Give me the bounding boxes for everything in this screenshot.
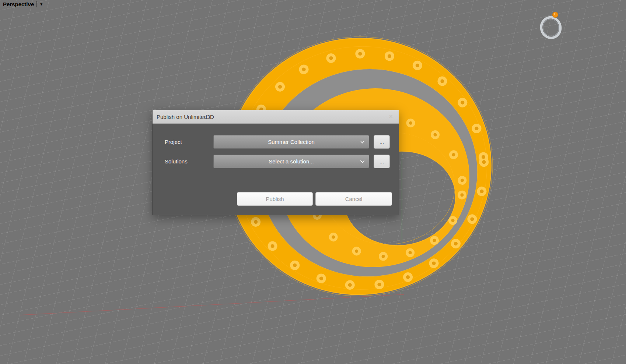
ring-icon-gem: [553, 12, 558, 18]
solutions-browse-button[interactable]: ...: [374, 155, 390, 168]
publish-dialog: Publish on Unlimited3D × Project Summer …: [152, 110, 399, 215]
chevron-down-icon[interactable]: ▼: [39, 3, 43, 6]
ring-icon-gem-highlight: [554, 13, 556, 15]
cancel-button[interactable]: Cancel: [315, 192, 392, 206]
ellipsis-icon: ...: [380, 139, 384, 145]
project-label: Project: [165, 135, 182, 149]
publish-button-label: Publish: [266, 196, 284, 202]
project-browse-button[interactable]: ...: [374, 135, 390, 149]
project-select-value: Summer Collection: [268, 139, 315, 145]
viewport-title-menu[interactable]: Perspective ▼: [3, 1, 43, 7]
publish-button[interactable]: Publish: [237, 192, 313, 206]
cancel-button-label: Cancel: [345, 196, 363, 202]
viewport-title: Perspective: [3, 1, 34, 7]
close-button[interactable]: ×: [386, 112, 396, 121]
solutions-select-value: Select a solution...: [269, 158, 314, 165]
x-axis-line: [20, 294, 404, 315]
viewport-title-divider: [36, 1, 37, 7]
ellipsis-icon: ...: [380, 158, 384, 165]
project-select[interactable]: Summer Collection: [213, 135, 369, 149]
dialog-title: Publish on Unlimited3D: [157, 114, 214, 120]
solutions-select[interactable]: Select a solution...: [213, 155, 369, 168]
chevron-down-icon: [360, 140, 365, 144]
ring-icon: [536, 9, 566, 42]
close-icon: ×: [389, 113, 393, 120]
solutions-label: Solutions: [165, 155, 188, 168]
dialog-titlebar[interactable]: Publish on Unlimited3D ×: [153, 110, 399, 124]
chevron-down-icon: [360, 160, 365, 163]
